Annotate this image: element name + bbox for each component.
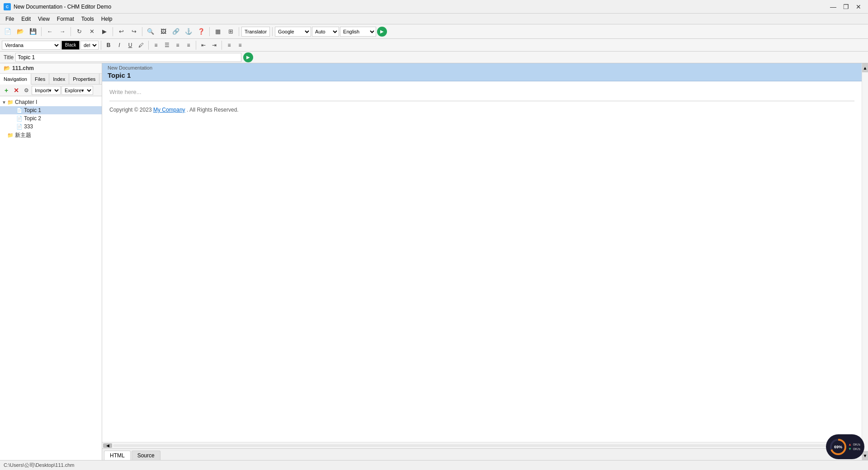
menu-file[interactable]: File xyxy=(2,15,18,23)
h-scrollbar[interactable]: ◀ ▶ xyxy=(102,442,862,448)
editor-divider xyxy=(109,101,854,101)
tree-item-333[interactable]: 📄 333 xyxy=(0,122,102,131)
language-select[interactable]: English xyxy=(340,27,376,37)
menu-view[interactable]: View xyxy=(34,15,53,23)
explore-dropdown[interactable]: Explore▾ xyxy=(61,86,93,95)
refresh-button[interactable]: ↻ xyxy=(73,26,85,37)
menu-format[interactable]: Format xyxy=(53,15,78,23)
company-link[interactable]: My Company xyxy=(153,107,185,113)
app-icon: C xyxy=(4,3,11,10)
main-toolbar: 📄 📂 💾 ← → ↻ ✕ ▶ ↩ ↪ 🔍 🖼 🔗 ⚓ ❓ ▦ ⊞ Transl… xyxy=(0,24,868,39)
tab-source[interactable]: Source xyxy=(132,451,160,460)
sep-fmt3 xyxy=(196,41,196,50)
font-size-select[interactable]: def xyxy=(80,41,99,50)
highlight-button[interactable]: 🖊 xyxy=(136,41,146,50)
sidebar-tab-navigation[interactable]: Navigation xyxy=(0,74,31,85)
image-button[interactable]: 🖼 xyxy=(157,26,169,37)
link-button[interactable]: 🔗 xyxy=(170,26,182,37)
speed-widget: 69% ▲ 0K/s ▼ 0K/s xyxy=(826,434,864,459)
title-go-button[interactable]: ▶ xyxy=(243,52,253,62)
settings-button[interactable]: ⚙ xyxy=(22,86,31,95)
tree-item-new-topic[interactable]: 📁 新主题 xyxy=(0,131,102,140)
menu-tools[interactable]: Tools xyxy=(78,15,98,23)
import-dropdown[interactable]: Import▾ xyxy=(32,86,61,95)
sep-fmt4 xyxy=(222,41,222,50)
tree-expand-icon: ▼ xyxy=(2,100,7,105)
menu-help[interactable]: Help xyxy=(98,15,116,23)
add-item-button[interactable]: + xyxy=(2,86,11,95)
translate-mode-select[interactable]: Auto xyxy=(312,27,339,37)
remove-item-button[interactable]: ✕ xyxy=(12,86,21,95)
tree-label-topic1: Topic 1 xyxy=(24,107,41,113)
translator-label: Translator xyxy=(245,29,267,34)
sep-fmt1 xyxy=(101,41,101,50)
tree-item-topic1[interactable]: 📄 Topic 1 xyxy=(0,106,102,114)
anchor-button[interactable]: ⚓ xyxy=(183,26,194,37)
indent-less-button[interactable]: ⇤ xyxy=(198,41,208,50)
close-button[interactable]: ✕ xyxy=(853,2,864,12)
translator-button[interactable]: Translator xyxy=(241,27,270,37)
color-swatch[interactable]: Black xyxy=(61,41,80,50)
main-area: 📂 111.chm Navigation Files Index Propert… xyxy=(0,63,868,460)
underline-button[interactable]: U xyxy=(125,41,135,50)
indent-more-button[interactable]: ⇥ xyxy=(209,41,219,50)
help-btn2[interactable]: ❓ xyxy=(195,26,207,37)
align-center-button[interactable]: ☰ xyxy=(162,41,172,50)
editor-header: New Documentation Topic 1 xyxy=(102,63,862,81)
menu-edit[interactable]: Edit xyxy=(18,15,34,23)
find-button[interactable]: 🔍 xyxy=(145,26,156,37)
align-left-button[interactable]: ≡ xyxy=(151,41,161,50)
editor-copyright: Copyright © 2023 My Company . All Rights… xyxy=(109,107,854,113)
maximize-button[interactable]: ❐ xyxy=(840,2,852,12)
sidebar-actions: + ✕ ⚙ Import▾ Explore▾ xyxy=(0,85,102,96)
redo-button[interactable]: ↪ xyxy=(128,26,140,37)
open-button[interactable]: 📂 xyxy=(14,26,26,37)
page-icon2: 📄 xyxy=(16,116,23,122)
tree-item-topic2[interactable]: 📄 Topic 2 xyxy=(0,114,102,122)
title-input[interactable] xyxy=(15,53,241,62)
sidebar: 📂 111.chm Navigation Files Index Propert… xyxy=(0,63,102,460)
search-engine-select[interactable]: Google xyxy=(275,27,311,37)
forward-button[interactable]: → xyxy=(57,26,68,37)
tree-label-topic2: Topic 2 xyxy=(24,115,41,122)
grid-button[interactable]: ⊞ xyxy=(225,26,236,37)
publish-button[interactable]: ▶ xyxy=(99,26,110,37)
title-bar: C New Documentation - CHM Editor Demo — … xyxy=(0,0,868,14)
new-button[interactable]: 📄 xyxy=(2,26,14,37)
italic-button[interactable]: I xyxy=(114,41,124,50)
chapter-folder-icon2: 📁 xyxy=(7,132,14,138)
sep-fmt2 xyxy=(148,41,149,50)
bottom-section: ◀ ▶ HTML Source xyxy=(102,442,862,460)
table-button[interactable]: ▦ xyxy=(212,26,224,37)
align-right-button[interactable]: ≡ xyxy=(173,41,183,50)
align-justify-button[interactable]: ≡ xyxy=(184,41,193,50)
save-button[interactable]: 💾 xyxy=(27,26,39,37)
download-speed: ▼ 0K/s xyxy=(848,447,860,451)
translate-go-button[interactable]: ▶ xyxy=(377,27,387,37)
editor-breadcrumb: New Documentation xyxy=(108,65,856,70)
sidebar-tab-properties[interactable]: Properties xyxy=(69,74,99,84)
undo-button[interactable]: ↩ xyxy=(115,26,127,37)
vertical-scrollbar[interactable]: ▲ ▼ xyxy=(862,63,868,460)
download-arrow-icon: ▼ xyxy=(848,447,852,451)
color-label: Black xyxy=(65,42,76,47)
sep4 xyxy=(142,27,142,36)
list-ul-button[interactable]: ≡ xyxy=(235,41,245,50)
editor-content[interactable]: Write here... Copyright © 2023 My Compan… xyxy=(102,81,862,442)
bold-button[interactable]: B xyxy=(104,41,113,50)
sidebar-tab-index[interactable]: Index xyxy=(49,74,69,84)
stop-button[interactable]: ✕ xyxy=(86,26,98,37)
sep5 xyxy=(209,27,210,36)
list-ol-button[interactable]: ≡ xyxy=(224,41,234,50)
page-icon3: 📄 xyxy=(16,124,23,130)
editor-placeholder-text: Write here... xyxy=(109,89,854,95)
window-title: New Documentation - CHM Editor Demo xyxy=(14,4,111,10)
sidebar-tab-files[interactable]: Files xyxy=(31,74,49,84)
back-button[interactable]: ← xyxy=(44,26,56,37)
title-label: Title xyxy=(4,54,14,61)
tab-html[interactable]: HTML xyxy=(104,451,131,460)
speed-percent: 69% xyxy=(832,441,844,453)
font-family-select[interactable]: Verdana xyxy=(2,41,61,50)
minimize-button[interactable]: — xyxy=(827,2,839,12)
tree-item-chapter1[interactable]: ▼ 📁 Chapter I xyxy=(0,98,102,106)
